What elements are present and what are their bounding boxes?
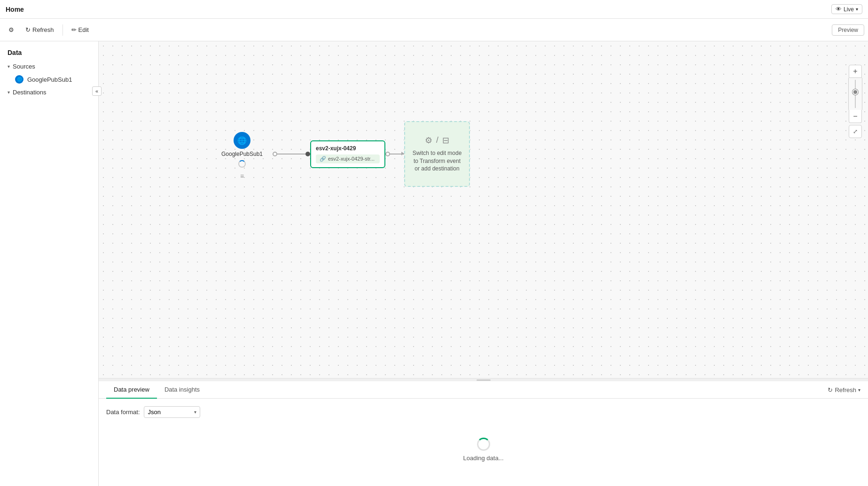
settings-button[interactable]: ⚙ xyxy=(4,23,19,36)
eventstream-sub: 🔗 esv2-xujx-0429-str... xyxy=(316,154,380,163)
sidebar-title: Data xyxy=(0,47,98,60)
refresh-label: Refresh xyxy=(32,26,54,33)
live-badge[interactable]: 👁 Live ▾ xyxy=(831,4,862,14)
connector-dot-empty xyxy=(273,152,277,156)
zoom-in-button[interactable]: + xyxy=(849,65,862,78)
source-menu-icon: ≡ xyxy=(240,172,244,180)
refresh-button[interactable]: ↻ Refresh xyxy=(21,23,59,36)
main-layout: Data ▾ Sources 🌐 GooglePubSub1 ▾ Destina… xyxy=(0,41,868,486)
source-node-label: GooglePubSub1 xyxy=(221,151,263,157)
loading-container: Loading data... xyxy=(106,424,860,476)
chevron-down-icon: ▾ xyxy=(856,7,858,12)
connector-right xyxy=(385,152,404,156)
destination-node[interactable]: ⚙ / ⊟ Switch to edit mode to Transform e… xyxy=(404,121,470,187)
export-icon: ⊟ xyxy=(442,135,449,146)
zoom-handle xyxy=(852,89,858,95)
chevron-down-icon: ▾ xyxy=(8,64,10,69)
source-icon: 🌐 xyxy=(15,75,23,84)
right-arrow-line xyxy=(390,154,404,154)
bottom-refresh-button[interactable]: ↻ Refresh ▾ xyxy=(828,386,860,393)
eventstream-sub-label: esv2-xujx-0429-str... xyxy=(328,156,375,162)
toolbar: ⚙ ↻ Refresh ✏ Edit Preview xyxy=(0,19,868,41)
destination-text: Switch to edit mode to Transform event o… xyxy=(411,149,463,173)
plus-icon: + xyxy=(853,67,857,76)
destinations-label: Destinations xyxy=(13,89,47,96)
live-label: Live xyxy=(844,6,854,13)
loading-spinner xyxy=(477,438,490,451)
eye-icon: 👁 xyxy=(836,6,842,13)
collapse-icon: « xyxy=(95,88,98,94)
source-spinner xyxy=(238,160,246,168)
loading-text: Loading data... xyxy=(463,455,503,462)
source-node-icon: 🌐 xyxy=(234,132,250,149)
collapse-sidebar-button[interactable]: « xyxy=(92,86,102,96)
settings-icon: ⚙ xyxy=(425,135,432,146)
toolbar-separator xyxy=(63,24,63,36)
source-node[interactable]: 🌐 GooglePubSub1 ≡ xyxy=(211,128,273,180)
zoom-track xyxy=(855,80,856,108)
preview-label: Preview xyxy=(838,27,858,33)
right-dot xyxy=(385,152,390,156)
chevron-right-icon: ▾ xyxy=(8,90,10,95)
tab-data-preview[interactable]: Data preview xyxy=(106,381,157,399)
fit-button[interactable]: ⤢ xyxy=(849,125,862,138)
connector-dot-filled xyxy=(305,152,310,156)
source-label: GooglePubSub1 xyxy=(27,76,72,83)
sources-label: Sources xyxy=(13,63,35,70)
destinations-section-header[interactable]: ▾ Destinations xyxy=(0,86,98,99)
edit-button[interactable]: ✏ Edit xyxy=(67,23,94,36)
preview-button[interactable]: Preview xyxy=(832,24,864,36)
resize-dot xyxy=(477,379,491,381)
eventstream-title: esv2-xujx-0429 xyxy=(316,145,380,152)
eventstream-node[interactable]: esv2-xujx-0429 🔗 esv2-xujx-0429-str... xyxy=(310,140,385,168)
link-icon: 🔗 xyxy=(320,156,326,162)
canvas-area: 🌐 GooglePubSub1 ≡ esv2-xujx-0429 xyxy=(99,41,868,486)
chevron-down-icon: ▾ xyxy=(858,387,860,393)
refresh-icon: ↻ xyxy=(25,26,31,33)
sidebar-item-googlepubsub1[interactable]: 🌐 GooglePubSub1 xyxy=(0,73,98,86)
fit-icon: ⤢ xyxy=(853,128,858,135)
divider-icon: / xyxy=(436,135,438,146)
edit-icon: ✏ xyxy=(71,26,77,33)
bottom-panel: Data preview Data insights ↻ Refresh ▾ D… xyxy=(99,378,868,486)
refresh-icon: ↻ xyxy=(828,386,833,393)
edit-label: Edit xyxy=(78,26,89,33)
gear-icon: ⚙ xyxy=(8,26,14,33)
data-format-label: Data format: xyxy=(106,409,140,416)
tab-data-insights[interactable]: Data insights xyxy=(157,381,207,399)
sources-section-header[interactable]: ▾ Sources xyxy=(0,60,98,73)
bottom-content: Data format: Json CSV Avro ▾ Loading dat… xyxy=(99,399,868,483)
zoom-controls: + − ⤢ xyxy=(848,65,862,138)
minus-icon: − xyxy=(853,112,857,121)
sidebar: Data ▾ Sources 🌐 GooglePubSub1 ▾ Destina… xyxy=(0,41,99,486)
tab-data-insights-label: Data insights xyxy=(164,386,200,393)
data-format-row: Data format: Json CSV Avro ▾ xyxy=(106,406,860,418)
data-format-select-wrapper: Json CSV Avro ▾ xyxy=(144,406,200,418)
bottom-tabs: Data preview Data insights ↻ Refresh ▾ xyxy=(99,381,868,399)
zoom-slider[interactable] xyxy=(848,78,862,110)
connector-left xyxy=(273,152,310,156)
canvas-main[interactable]: 🌐 GooglePubSub1 ≡ esv2-xujx-0429 xyxy=(99,41,868,378)
data-format-select[interactable]: Json CSV Avro xyxy=(144,406,200,418)
connector-line xyxy=(277,154,305,154)
tab-data-preview-label: Data preview xyxy=(114,386,149,393)
pipeline-container: 🌐 GooglePubSub1 ≡ esv2-xujx-0429 xyxy=(211,121,470,187)
zoom-out-button[interactable]: − xyxy=(849,110,862,123)
title-bar: Home 👁 Live ▾ xyxy=(0,0,868,19)
page-title: Home xyxy=(6,6,24,13)
globe-icon: 🌐 xyxy=(17,77,22,82)
destination-icons: ⚙ / ⊟ xyxy=(425,135,449,146)
bottom-refresh-label: Refresh xyxy=(835,386,856,393)
